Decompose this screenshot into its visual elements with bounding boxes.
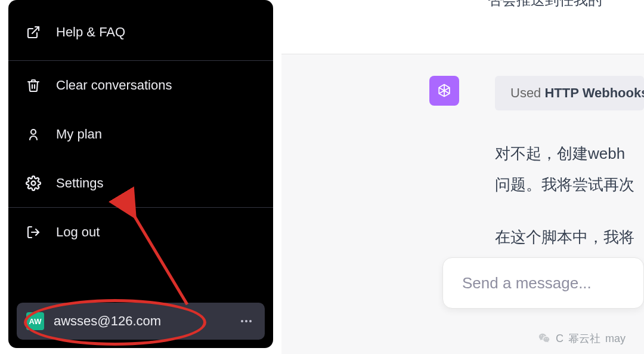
logout-icon	[25, 224, 42, 241]
footer-brand: 幂云社	[568, 331, 600, 346]
menu-help-faq[interactable]: Help & FAQ	[8, 4, 273, 61]
sidebar: Help & FAQ Clear conversations My pl	[8, 0, 273, 348]
gear-icon	[25, 175, 42, 192]
message-input[interactable]	[461, 273, 626, 293]
menu-clear-conversations-label: Clear conversations	[56, 78, 172, 93]
svg-point-4	[241, 320, 243, 322]
menu-my-plan-label: My plan	[56, 127, 102, 142]
menu-settings-label: Settings	[56, 176, 104, 191]
openai-icon	[435, 81, 454, 100]
person-icon	[25, 126, 42, 143]
menu-list: Help & FAQ Clear conversations My pl	[8, 4, 273, 257]
previous-text-fragment: 否会推送到任我的	[488, 0, 602, 10]
wechat-icon	[538, 332, 551, 345]
menu-logout-label: Log out	[56, 224, 100, 240]
account-email: awsses@126.com	[54, 313, 228, 329]
svg-point-6	[249, 320, 252, 322]
reply-line-2: 问题。我将尝试再次	[495, 169, 644, 200]
menu-clear-conversations[interactable]: Clear conversations	[8, 61, 273, 110]
svg-point-2	[32, 181, 36, 186]
svg-point-1	[31, 130, 36, 134]
plugin-prefix: Used	[510, 85, 541, 101]
external-link-icon	[25, 24, 42, 41]
plugin-usage-chip[interactable]: Used HTTP Webhooks	[495, 76, 644, 110]
chat-area: 否会推送到任我的 Used HTTP Webhooks 对不起，创建webh 问…	[281, 0, 644, 354]
footer-tail: may	[605, 333, 626, 345]
trash-icon	[25, 77, 42, 94]
account-row[interactable]: AW awsses@126.com	[17, 303, 265, 340]
menu-logout[interactable]: Log out	[8, 208, 273, 257]
assistant-avatar	[429, 76, 459, 106]
message-input-container[interactable]	[442, 257, 644, 309]
svg-point-5	[245, 320, 247, 322]
footer-watermark: C 幂云社 may	[538, 331, 644, 346]
menu-help-faq-label: Help & FAQ	[56, 24, 125, 40]
svg-line-0	[32, 27, 39, 33]
menu-settings[interactable]: Settings	[8, 159, 273, 208]
more-button[interactable]	[237, 312, 255, 330]
avatar: AW	[26, 312, 44, 330]
menu-my-plan[interactable]: My plan	[8, 110, 273, 159]
plugin-name: HTTP Webhooks	[544, 85, 644, 101]
assistant-reply: 对不起，创建webh 问题。我将尝试再次 在这个脚本中，我将	[495, 138, 644, 253]
assistant-message-block: Used HTTP Webhooks 对不起，创建webh 问题。我将尝试再次 …	[281, 54, 644, 354]
ellipsis-icon	[239, 314, 253, 328]
reply-line-1: 对不起，创建webh	[495, 138, 644, 169]
reply-line-3: 在这个脚本中，我将	[495, 221, 644, 253]
